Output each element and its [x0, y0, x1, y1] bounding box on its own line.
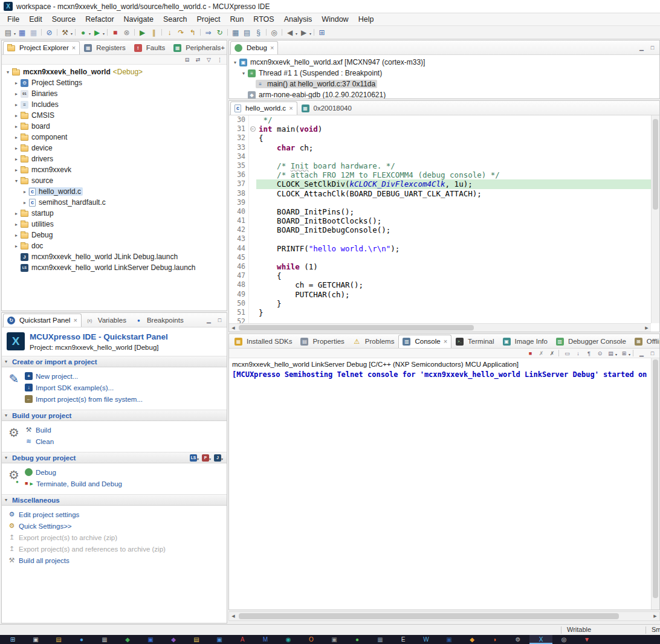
- scroll-lock-icon[interactable]: ↓: [574, 349, 583, 358]
- tree-collapsed-arrow-icon[interactable]: ▸: [13, 243, 20, 249]
- debug-item-thread-1-1-suspended-breakpoint[interactable]: ▾≡Thread #1 1 (Suspended : Breakpoint): [229, 68, 659, 79]
- project-item-cmsis[interactable]: ▸CMSIS: [2, 110, 227, 121]
- code-text[interactable]: PRINTF("hello world.\r\n");: [256, 244, 651, 253]
- tree-collapsed-arrow-icon[interactable]: ▸: [21, 200, 28, 205]
- console-tab-properties[interactable]: ▤Properties: [296, 335, 348, 348]
- line-number[interactable]: 51: [232, 308, 248, 317]
- dropdown-caret-icon[interactable]: ▾: [629, 352, 630, 356]
- scrollbar-track[interactable]: [238, 324, 642, 332]
- line-number[interactable]: 50: [232, 299, 248, 308]
- minimize-icon[interactable]: ▁: [204, 316, 213, 324]
- dropdown-caret-icon[interactable]: ▾: [103, 31, 105, 36]
- taskbar-app-icon[interactable]: ◉: [277, 635, 300, 644]
- close-tab-icon[interactable]: ×: [289, 105, 293, 112]
- line-number[interactable]: 41: [232, 216, 248, 225]
- save-icon[interactable]: ▦: [16, 27, 28, 38]
- debug-item-mcxn9xxevk-hello-world-axf-mcxn947-cortex-m33[interactable]: ▾▣mcxn9xxevk_hello_world.axf [MCXN947 (c…: [229, 57, 659, 68]
- quickstart-action-clean[interactable]: ≋Clean: [25, 436, 223, 447]
- line-number[interactable]: 31: [232, 124, 248, 134]
- line-number[interactable]: 39: [232, 198, 248, 207]
- menu-project[interactable]: Project: [192, 14, 225, 25]
- code-line-35[interactable]: 35 /* Init board hardware. */: [229, 161, 651, 170]
- display-selected-console-icon[interactable]: ▤: [606, 349, 615, 358]
- console-tab-offline-peripherals[interactable]: ⊞Offline Peripherals: [630, 335, 659, 348]
- remove-launch-icon[interactable]: ✗: [537, 349, 546, 358]
- editor-horizontal-scrollbar[interactable]: ◀ ▶: [229, 323, 651, 332]
- code-line-36[interactable]: 36 /* attach FRO 12M to FLEXCOMM4 (debug…: [229, 170, 651, 179]
- menu-edit[interactable]: Edit: [24, 14, 47, 25]
- minimize-icon[interactable]: ▁: [637, 349, 646, 358]
- code-text[interactable]: BOARD_InitPins();: [256, 207, 651, 216]
- search-icon[interactable]: ◎: [268, 27, 280, 38]
- instruction-stepping-icon[interactable]: ⇒: [202, 27, 214, 38]
- scrollbar-track[interactable]: [238, 612, 651, 620]
- menu-refactor[interactable]: Refactor: [80, 14, 118, 25]
- line-number[interactable]: 32: [232, 134, 248, 143]
- back-icon[interactable]: ◀: [284, 27, 296, 38]
- line-number[interactable]: 30: [232, 115, 248, 124]
- project-item-mcxn9xxevk-hello-world-jlink-debug-launch[interactable]: Jmcxn9xxevk_hello_world JLink Debug.laun…: [2, 251, 227, 262]
- taskbar-app-icon[interactable]: ◆: [461, 635, 484, 644]
- pin-console-icon[interactable]: ⊙: [595, 349, 604, 358]
- line-number[interactable]: 43: [232, 234, 248, 243]
- project-item-source[interactable]: ▾source: [2, 175, 227, 186]
- quickstart-action-import-sdk-example-s[interactable]: ↓Import SDK example(s)...: [25, 382, 223, 393]
- quickstart-action-terminate-build-and-debug[interactable]: Terminate, Build and Debug: [25, 478, 223, 489]
- tree-expanded-arrow-icon[interactable]: ▾: [240, 71, 247, 76]
- menu-analysis[interactable]: Analysis: [279, 14, 317, 25]
- line-number[interactable]: 49: [232, 290, 248, 299]
- scroll-right-icon[interactable]: ▶: [642, 326, 651, 330]
- debug-item-main-at-hello-world-c-37-0x11da[interactable]: ≡main() at hello_world.c:37 0x11da: [229, 79, 659, 89]
- tree-collapsed-arrow-icon[interactable]: ▸: [13, 222, 20, 227]
- taskbar-app-icon[interactable]: ▣: [139, 635, 162, 644]
- section-collapse-icon[interactable]: ▾: [5, 497, 12, 503]
- forward-icon[interactable]: ▶: [298, 27, 309, 38]
- code-line-31[interactable]: 31−int main(void): [229, 124, 651, 134]
- line-number[interactable]: 40: [232, 207, 248, 216]
- code-line-37[interactable]: 37 CLOCK_SetClkDiv(kCLOCK_DivFlexcom4Clk…: [229, 179, 651, 188]
- collapse-icon[interactable]: −: [250, 126, 256, 132]
- tree-collapsed-arrow-icon[interactable]: ▸: [13, 167, 20, 173]
- scrollbar-thumb[interactable]: [653, 359, 658, 598]
- tree-collapsed-arrow-icon[interactable]: ▸: [13, 211, 20, 216]
- project-item-debug[interactable]: ▸Debug: [2, 230, 227, 240]
- code-line-50[interactable]: 50 }: [229, 299, 651, 308]
- code-line-44[interactable]: 44 PRINTF("hello world.\r\n");: [229, 244, 651, 253]
- open-console-icon[interactable]: ⊞: [620, 349, 629, 358]
- remove-all-launches-icon[interactable]: ✗: [548, 349, 557, 358]
- terminate-icon[interactable]: ■: [109, 27, 121, 38]
- explorer-tab-project-explorer[interactable]: Project Explorer×: [3, 41, 80, 54]
- code-line-43[interactable]: 43: [229, 234, 651, 243]
- code-text[interactable]: CLOCK_SetClkDiv(kCLOCK_DivFlexcom4Clk, 1…: [256, 179, 651, 188]
- quickstart-action-debug[interactable]: Debug: [25, 466, 223, 478]
- pemicro-probe-icon[interactable]: P: [202, 454, 209, 462]
- scroll-left-icon[interactable]: ◀: [229, 326, 238, 330]
- section-collapse-icon[interactable]: ▾: [5, 455, 12, 460]
- line-number[interactable]: 35: [232, 161, 248, 170]
- tree-collapsed-arrow-icon[interactable]: ▸: [13, 91, 20, 97]
- menu-run[interactable]: Run: [225, 14, 248, 25]
- save-all-icon[interactable]: ▦: [28, 27, 39, 38]
- taskbar-app-icon[interactable]: O: [300, 635, 323, 644]
- taskbar-app-icon[interactable]: ●: [70, 635, 93, 644]
- line-number[interactable]: 37: [232, 179, 248, 188]
- taskbar-app-icon[interactable]: ◆: [162, 635, 185, 644]
- tree-collapsed-arrow-icon[interactable]: ▸: [13, 156, 20, 162]
- taskbar-app-icon[interactable]: ▣: [323, 635, 346, 644]
- debug-icon[interactable]: ●: [77, 27, 89, 38]
- code-text[interactable]: /* Init board hardware. */: [256, 161, 651, 170]
- tree-collapsed-arrow-icon[interactable]: ▸: [13, 102, 20, 108]
- code-line-38[interactable]: 38 CLOCK_AttachClk(BOARD_DEBUG_UART_CLK_…: [229, 189, 651, 198]
- section-collapse-icon[interactable]: ▾: [5, 359, 12, 364]
- code-text[interactable]: [256, 253, 651, 262]
- code-line-52[interactable]: 52: [229, 317, 651, 323]
- console-tab-image-info[interactable]: ▣Image Info: [499, 335, 552, 348]
- maximize-icon[interactable]: □: [648, 349, 657, 358]
- debug-tab-debug[interactable]: Debug×: [230, 41, 278, 54]
- project-item-startup[interactable]: ▸startup: [2, 208, 227, 219]
- peripherals-icon[interactable]: §: [253, 27, 264, 38]
- tree-expanded-arrow-icon[interactable]: ▾: [231, 60, 239, 65]
- menu-search[interactable]: Search: [158, 14, 192, 25]
- scroll-left-icon[interactable]: ◀: [229, 614, 238, 619]
- dropdown-caret-icon[interactable]: ▾: [14, 31, 16, 36]
